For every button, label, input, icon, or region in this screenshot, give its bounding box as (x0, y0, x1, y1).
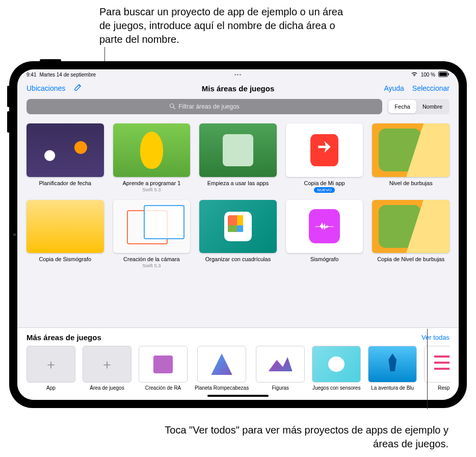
playground-title: Nivel de burbujas (389, 180, 433, 186)
nav-bar: Ubicaciones Mis áreas de juegos Ayuda Se… (17, 80, 459, 99)
playground-card[interactable]: Copia de Nivel de burbujas (372, 200, 449, 269)
callout-search-text: Para buscar un proyecto de app de ejempl… (99, 5, 354, 46)
playground-card[interactable]: Planificador de fecha (27, 123, 104, 193)
compose-icon[interactable] (73, 83, 83, 94)
more-playgrounds-title: Más áreas de juegos (27, 333, 101, 342)
playground-title: Copia de Mi app (304, 180, 345, 186)
more-playground-card[interactable]: Planeta Rompecabezas (195, 346, 249, 391)
more-thumbnail (368, 346, 417, 383)
playground-title: Copia de Sismógrafo (39, 256, 91, 262)
playground-card[interactable]: Sismógrafo (286, 200, 363, 269)
playground-card[interactable]: Nivel de burbujas (372, 123, 449, 193)
battery-icon (438, 71, 449, 78)
callout-seeall-text: Toca "Ver todos" para ver más proyectos … (163, 423, 448, 451)
playground-thumbnail (286, 200, 363, 253)
plus-icon: ＋ (83, 346, 131, 383)
see-all-button[interactable]: Ver todas (421, 334, 449, 341)
svg-rect-1 (439, 72, 447, 76)
sort-by-date[interactable]: Fecha (388, 100, 416, 113)
sort-by-name[interactable]: Nombre (416, 100, 448, 113)
more-item-label: Figuras (272, 385, 289, 391)
more-playground-card[interactable]: La aventura de Blu (368, 346, 417, 391)
more-playground-card[interactable]: Respuest (424, 346, 449, 391)
playground-title: Sismógrafo (310, 256, 339, 262)
page-title: Mis áreas de juegos (202, 84, 275, 93)
svg-rect-2 (448, 73, 449, 75)
status-battery-pct: 100 % (421, 72, 435, 78)
more-item-label: Planeta Rompecabezas (195, 385, 249, 391)
playground-subtitle: Swift 5.3 (142, 263, 161, 268)
playground-thumbnail (199, 123, 277, 177)
playground-title: Creación de la cámara (123, 256, 180, 262)
playground-thumbnail (27, 123, 104, 177)
more-item-label: La aventura de Blu (371, 385, 414, 391)
playground-card[interactable]: Creación de la cámaraSwift 5.3 (113, 200, 191, 269)
home-indicator[interactable] (207, 395, 269, 397)
playground-title: Organizar con cuadrículas (205, 256, 271, 262)
playground-card[interactable]: Copia de Sismógrafo (27, 200, 104, 269)
ipad-power-button (40, 59, 61, 62)
create-playground-card[interactable]: ＋App (27, 346, 75, 391)
more-playground-card[interactable]: Creación de RA (139, 346, 188, 391)
screen: ••• 9:41 Martes 14 de septiembre 100 % U… (17, 69, 459, 400)
playground-title: Empieza a usar las apps (207, 180, 269, 186)
playground-title: Planificador de fecha (39, 180, 91, 186)
more-thumbnail (424, 346, 449, 383)
more-playgrounds-section: Más áreas de juegos Ver todas ＋App＋Área … (17, 327, 459, 400)
back-button[interactable]: Ubicaciones (27, 84, 65, 92)
playground-badge: NUEVO (314, 187, 334, 193)
playground-card[interactable]: Aprende a programar 1Swift 5.3 (113, 123, 191, 193)
sort-segmented: Fecha Nombre (387, 99, 449, 114)
help-button[interactable]: Ayuda (384, 84, 404, 92)
playground-thumbnail (113, 123, 191, 177)
playground-card[interactable]: Organizar con cuadrículas (199, 200, 277, 269)
playground-title: Copia de Nivel de burbujas (377, 256, 444, 262)
playground-card[interactable]: Copia de Mi appNUEVO (286, 123, 363, 193)
select-button[interactable]: Seleccionar (412, 84, 449, 92)
more-thumbnail (197, 346, 246, 383)
playground-title: Aprende a programar 1 (123, 180, 181, 186)
more-playground-card[interactable]: Figuras (256, 346, 305, 391)
ipad-frame: ••• 9:41 Martes 14 de septiembre 100 % U… (9, 61, 467, 408)
more-item-label: Respuest (438, 385, 449, 391)
more-item-label: Juegos con sensores (312, 385, 361, 391)
callout-seeall-line (427, 329, 428, 409)
playground-thumbnail (199, 200, 277, 253)
playground-thumbnail (372, 123, 449, 177)
more-thumbnail (312, 346, 361, 383)
create-playground-card[interactable]: ＋Área de juegos (83, 346, 131, 391)
more-thumbnail (256, 346, 305, 383)
playground-thumbnail (27, 200, 104, 253)
status-time: 9:41 (27, 72, 36, 78)
ipad-camera (13, 234, 16, 236)
search-icon (169, 103, 175, 111)
playground-subtitle: Swift 5.3 (142, 187, 161, 192)
playground-thumbnail (113, 200, 191, 253)
multitask-menu-icon[interactable]: ••• (234, 71, 242, 78)
ipad-volume-up (7, 86, 10, 107)
toolbar: Filtrar áreas de juegos Fecha Nombre (17, 99, 459, 119)
search-input[interactable]: Filtrar áreas de juegos (27, 99, 382, 114)
playground-thumbnail (286, 123, 363, 177)
playground-card[interactable]: Empieza a usar las apps (199, 123, 277, 193)
search-placeholder: Filtrar áreas de juegos (178, 103, 239, 110)
playgrounds-area: Planificador de fechaAprende a programar… (17, 119, 459, 327)
ipad-volume-down (7, 111, 10, 133)
more-playground-card[interactable]: Juegos con sensores (312, 346, 361, 391)
wifi-icon (411, 71, 418, 78)
more-item-label: Área de juegos (90, 385, 124, 391)
more-thumbnail (139, 346, 188, 383)
svg-line-5 (174, 107, 175, 109)
more-item-label: App (46, 385, 56, 391)
status-date: Martes 14 de septiembre (39, 72, 96, 78)
playground-thumbnail (372, 200, 449, 253)
plus-icon: ＋ (27, 346, 75, 383)
more-item-label: Creación de RA (145, 385, 181, 391)
